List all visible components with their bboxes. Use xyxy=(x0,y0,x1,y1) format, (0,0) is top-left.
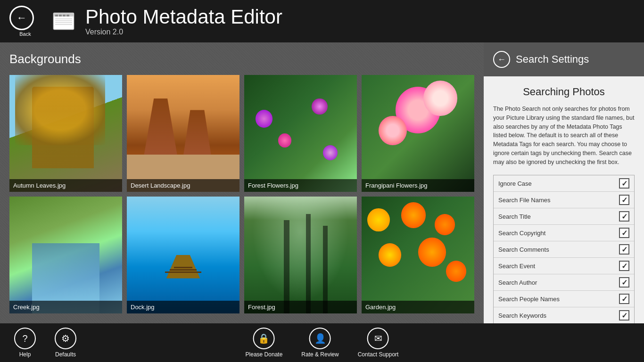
svg-rect-3 xyxy=(59,15,62,16)
right-panel-body: Searching Photos The Photo Search not on… xyxy=(484,76,644,323)
right-panel: ← Search Settings Searching Photos The P… xyxy=(484,42,644,323)
back-label: Back xyxy=(19,31,31,37)
help-icon[interactable]: ? xyxy=(14,328,36,349)
photo-label-autumn: Autumn Leaves.jpg xyxy=(9,179,122,192)
settings-label-search-copyright: Search Copyright xyxy=(498,230,545,237)
photo-item-frangipani[interactable]: Frangipani Flowers.jpg xyxy=(362,75,474,192)
settings-table: Ignore CaseSearch File NamesSearch Title… xyxy=(493,175,635,323)
settings-label-search-people-names: Search People Names xyxy=(498,296,560,303)
photo-label-forest-flowers: Forest Flowers.jpg xyxy=(244,179,357,192)
right-panel-header: ← Search Settings xyxy=(484,42,644,76)
settings-row-search-copyright: Search Copyright xyxy=(494,225,634,241)
footer-center: 🔒 Please Donate 👤 Rate & Review ✉ Contac… xyxy=(246,328,399,358)
donate-label: Please Donate xyxy=(246,351,283,358)
photo-item-autumn[interactable]: Autumn Leaves.jpg xyxy=(9,75,122,192)
footer-item-defaults[interactable]: ⚙ Defaults xyxy=(55,328,76,358)
settings-row-search-event: Search Event xyxy=(494,258,634,274)
app-title-group: Photo Metadata Editor Version 2.0 xyxy=(85,6,282,36)
settings-row-ignore-case: Ignore Case xyxy=(494,175,634,192)
footer-left: ? Help ⚙ Defaults xyxy=(14,328,76,358)
footer-item-help[interactable]: ? Help xyxy=(14,328,36,358)
svg-rect-9 xyxy=(55,24,72,25)
settings-row-search-file-names: Search File Names xyxy=(494,192,634,208)
main-content: Backgrounds Autumn Leaves.jpg Desert Lan… xyxy=(0,42,644,323)
settings-label-search-file-names: Search File Names xyxy=(498,197,551,204)
footer: ? Help ⚙ Defaults 🔒 Please Donate 👤 Rate… xyxy=(0,323,644,362)
section-title: Backgrounds xyxy=(9,52,474,66)
photo-label-dock: Dock.jpg xyxy=(127,301,239,313)
svg-rect-7 xyxy=(55,20,72,21)
footer-item-donate[interactable]: 🔒 Please Donate xyxy=(246,328,283,358)
footer-item-support[interactable]: ✉ Contact Support xyxy=(358,328,399,358)
defaults-label: Defaults xyxy=(55,351,76,358)
photo-label-desert: Desert Landscape.jpg xyxy=(127,179,239,192)
photo-label-forest: Forest.jpg xyxy=(244,301,357,313)
settings-row-search-title: Search Title xyxy=(494,208,634,225)
photo-item-garden[interactable]: Garden.jpg xyxy=(362,197,474,313)
svg-rect-5 xyxy=(66,15,69,16)
settings-checkbox-search-author[interactable] xyxy=(619,277,629,288)
search-settings-title: Search Settings xyxy=(516,53,589,66)
help-label: Help xyxy=(19,351,31,358)
searching-photos-title: Searching Photos xyxy=(493,86,635,98)
svg-rect-2 xyxy=(55,15,58,16)
settings-label-search-keywords: Search Keywords xyxy=(498,312,546,319)
support-label: Contact Support xyxy=(358,351,399,358)
settings-label-ignore-case: Ignore Case xyxy=(498,180,532,187)
settings-row-search-comments: Search Comments xyxy=(494,241,634,258)
photo-label-garden: Garden.jpg xyxy=(362,301,474,313)
settings-checkbox-search-people-names[interactable] xyxy=(619,294,629,304)
settings-row-search-keywords: Search Keywords xyxy=(494,307,634,323)
donate-icon[interactable]: 🔒 xyxy=(253,328,275,349)
defaults-icon[interactable]: ⚙ xyxy=(55,328,76,349)
settings-checkbox-search-comments[interactable] xyxy=(619,244,629,255)
photo-item-creek[interactable]: Creek.jpg xyxy=(9,197,122,313)
left-panel: Backgrounds Autumn Leaves.jpg Desert Lan… xyxy=(0,42,484,323)
svg-rect-4 xyxy=(63,15,66,16)
svg-rect-6 xyxy=(55,18,72,19)
settings-label-search-comments: Search Comments xyxy=(498,246,549,253)
photo-label-frangipani: Frangipani Flowers.jpg xyxy=(362,179,474,192)
rate-label: Rate & Review xyxy=(301,351,339,358)
settings-checkbox-search-file-names[interactable] xyxy=(619,195,629,205)
back-circle-icon[interactable]: ← xyxy=(9,6,34,30)
photo-item-desert[interactable]: Desert Landscape.jpg xyxy=(127,75,239,192)
settings-label-search-event: Search Event xyxy=(498,263,535,270)
app-header: ← Back Photo Metadata Editor Version 2.0 xyxy=(0,0,644,42)
settings-row-search-people-names: Search People Names xyxy=(494,291,634,307)
photo-label-creek: Creek.jpg xyxy=(9,301,122,313)
back-button[interactable]: ← Back xyxy=(9,6,41,37)
svg-rect-8 xyxy=(55,22,72,23)
photo-grid: Autumn Leaves.jpg Desert Landscape.jpg F… xyxy=(9,75,474,313)
app-version: Version 2.0 xyxy=(85,28,123,36)
settings-checkbox-ignore-case[interactable] xyxy=(619,178,629,189)
settings-label-search-title: Search Title xyxy=(498,213,531,220)
search-settings-back-icon[interactable]: ← xyxy=(493,51,510,68)
settings-checkbox-search-title[interactable] xyxy=(619,211,629,222)
settings-checkbox-search-copyright[interactable] xyxy=(619,228,629,238)
photo-item-dock[interactable]: Dock.jpg xyxy=(127,197,239,313)
support-icon[interactable]: ✉ xyxy=(367,328,389,349)
photo-item-forest[interactable]: Forest.jpg xyxy=(244,197,357,313)
settings-checkbox-search-keywords[interactable] xyxy=(619,310,629,321)
app-title: Photo Metadata Editor xyxy=(85,6,282,28)
settings-checkbox-search-event[interactable] xyxy=(619,261,629,271)
settings-row-search-author: Search Author xyxy=(494,274,634,291)
rate-icon[interactable]: 👤 xyxy=(309,328,331,349)
photo-item-forest-flowers[interactable]: Forest Flowers.jpg xyxy=(244,75,357,192)
footer-item-rate[interactable]: 👤 Rate & Review xyxy=(301,328,339,358)
settings-label-search-author: Search Author xyxy=(498,279,537,286)
app-icon xyxy=(50,8,77,34)
search-description: The Photo Search not only searches for p… xyxy=(493,105,635,166)
